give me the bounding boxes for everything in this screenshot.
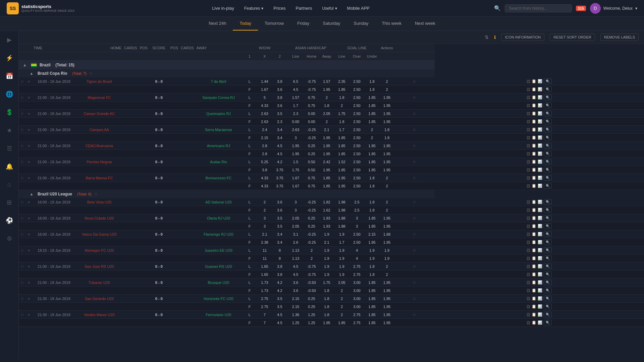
tab-today[interactable]: Today — [233, 17, 258, 31]
action-img-f-1-3[interactable]: 🖼 — [527, 256, 530, 260]
action-img-f-1-7[interactable]: 🖼 — [527, 321, 530, 325]
icon-info-btn[interactable]: ICON INFORMATION — [501, 34, 544, 41]
zoom-btn-l-0-2[interactable]: 🔍 — [544, 111, 552, 116]
action-doc-f-0-3[interactable]: 📋 — [532, 135, 536, 140]
sidebar-icon-globe[interactable]: 🌐 — [4, 88, 15, 100]
zoom-btn-f-0-1[interactable]: 🔍 — [544, 103, 552, 108]
action-doc-l-0-5[interactable]: 📋 — [532, 160, 536, 164]
action-star-l-0-3[interactable]: ☆ — [413, 127, 416, 132]
action-doc-f-1-1[interactable]: 📋 — [532, 224, 536, 228]
action-star-l-1-7[interactable]: ☆ — [413, 312, 416, 317]
zoom-btn-l-0-6[interactable]: 🔍 — [544, 175, 552, 181]
star-icon-1-2[interactable]: ☆ — [20, 232, 24, 237]
home-team-0-2[interactable]: Campo Grande AC — [76, 110, 123, 118]
home-team-1-3[interactable]: Alvinegro FC U20 — [76, 246, 123, 254]
action-doc-f-0-6[interactable]: 📋 — [532, 184, 536, 188]
sidebar-icon-chevron[interactable]: ▶ — [5, 34, 14, 46]
action-chart-l-0-3[interactable]: 📊 — [538, 127, 542, 132]
action-chart-l-0-6[interactable]: 📊 — [538, 176, 542, 180]
action-img-l-0-2[interactable]: 🖼 — [527, 112, 530, 116]
action-doc-f-1-2[interactable]: 📋 — [532, 240, 536, 244]
home-team-0-6[interactable]: Barra Mansa FC — [76, 174, 123, 182]
star-icon-0-5[interactable]: ☆ — [20, 160, 24, 164]
home-team-1-6[interactable]: Sao Gerardo U20 — [76, 295, 123, 303]
zoom-btn-f-0-2[interactable]: 🔍 — [544, 119, 552, 124]
action-doc-l-1-6[interactable]: 📋 — [532, 296, 536, 301]
zoom-btn-f-1-1[interactable]: 🔍 — [544, 223, 552, 229]
action-doc-f-0-0[interactable]: 📋 — [532, 87, 536, 92]
star-icon-0-2[interactable]: ☆ — [20, 111, 24, 116]
action-chart-f-0-3[interactable]: 📊 — [538, 135, 542, 140]
sidebar-icon-soccer[interactable]: ⚽ — [4, 215, 15, 226]
action-img-f-0-2[interactable]: 🖼 — [527, 120, 530, 124]
tab-next24h[interactable]: Next 24h — [202, 17, 233, 31]
action-img-f-0-1[interactable]: 🖼 — [527, 104, 530, 108]
reset-sort-btn[interactable]: RESET SORT ORDER — [550, 34, 595, 41]
action-doc-f-0-4[interactable]: 📋 — [532, 152, 536, 156]
action-doc-l-0-4[interactable]: 📋 — [532, 143, 536, 148]
sidebar-icon-grid[interactable]: ⊞ — [5, 197, 14, 208]
zoom-btn-l-0-4[interactable]: 🔍 — [544, 143, 552, 148]
zoom-btn-l-1-5[interactable]: 🔍 — [544, 280, 552, 285]
away-team-0-6[interactable]: Bonsucesso FC — [195, 174, 242, 182]
action-img-f-1-5[interactable]: 🖼 — [527, 289, 530, 293]
action-img-f-0-6[interactable]: 🖼 — [527, 184, 530, 188]
action-chart-l-1-2[interactable]: 📊 — [538, 232, 542, 236]
tab-sunday[interactable]: Sunday — [347, 17, 375, 31]
away-team-1-4[interactable]: Guarani RS U20 — [195, 262, 242, 270]
away-team-0-4[interactable]: Americano RJ — [195, 142, 242, 150]
action-chart-l-0-4[interactable]: 📊 — [538, 143, 542, 148]
zoom-btn-f-1-0[interactable]: 🔍 — [544, 207, 552, 213]
home-team-1-2[interactable]: Vasco Da Gama U20 — [76, 230, 123, 238]
action-chart-l-1-3[interactable]: 📊 — [538, 248, 542, 252]
zoom-btn-f-1-3[interactable]: 🔍 — [544, 255, 552, 261]
action-doc-f-0-5[interactable]: 📋 — [532, 168, 536, 172]
away-team-1-6[interactable]: Horizonte FC U20 — [195, 295, 242, 303]
zoom-btn-l-1-3[interactable]: 🔍 — [544, 247, 552, 253]
star-icon-1-1[interactable]: ☆ — [20, 216, 24, 221]
action-img-l-0-4[interactable]: 🖼 — [527, 144, 530, 148]
action-chart-l-1-4[interactable]: 📊 — [538, 264, 542, 268]
zoom-btn-f-1-7[interactable]: 🔍 — [544, 320, 552, 325]
action-doc-l-1-0[interactable]: 📋 — [532, 200, 536, 204]
action-img-l-1-7[interactable]: 🖼 — [527, 313, 530, 317]
action-chart-f-1-0[interactable]: 📊 — [538, 208, 542, 212]
action-chart-l-0-5[interactable]: 📊 — [538, 160, 542, 164]
sidebar-icon-home[interactable]: ⌂ — [5, 179, 13, 190]
action-chart-l-1-1[interactable]: 📊 — [538, 216, 542, 220]
sub-section-star-0[interactable]: ☆ — [89, 71, 93, 76]
action-chart-l-1-0[interactable]: 📊 — [538, 200, 542, 204]
search-box[interactable]: Search from history... — [505, 4, 572, 12]
nav-live[interactable]: Live in-play — [212, 6, 234, 11]
zoom-btn-f-1-4[interactable]: 🔍 — [544, 272, 552, 277]
zoom-btn-l-1-1[interactable]: 🔍 — [544, 215, 552, 221]
zoom-btn-l-0-3[interactable]: 🔍 — [544, 127, 552, 132]
star-icon-1-4[interactable]: ☆ — [20, 264, 24, 269]
action-chart-l-0-1[interactable]: 📊 — [538, 95, 542, 100]
action-star-l-1-6[interactable]: ☆ — [413, 296, 416, 301]
nav-useful[interactable]: Useful ▾ — [322, 6, 337, 11]
star-icon-0-1[interactable]: ☆ — [20, 95, 24, 100]
action-img-l-1-4[interactable]: 🖼 — [527, 264, 530, 268]
home-team-0-0[interactable]: Tigres do Brasil — [76, 77, 123, 85]
zoom-btn-l-1-0[interactable]: 🔍 — [544, 199, 552, 205]
remove-labels-btn[interactable]: REMOVE LABELS — [600, 34, 639, 41]
star-icon-1-6[interactable]: ☆ — [20, 296, 24, 301]
action-img-f-1-4[interactable]: 🖼 — [527, 273, 530, 277]
user-area[interactable]: D Welcome, Delux ▾ — [590, 3, 637, 14]
action-doc-l-0-6[interactable]: 📋 — [532, 176, 536, 180]
action-doc-f-0-1[interactable]: 📋 — [532, 103, 536, 108]
action-doc-f-1-7[interactable]: 📋 — [532, 320, 536, 325]
home-team-1-5[interactable]: Tubarao U20 — [76, 279, 123, 287]
sidebar-icon-bell[interactable]: 🔔 — [4, 161, 15, 172]
home-team-0-1[interactable]: Mageense FC — [76, 94, 123, 102]
action-doc-l-1-2[interactable]: 📋 — [532, 232, 536, 236]
tab-friday[interactable]: Friday — [290, 17, 316, 31]
action-doc-l-1-7[interactable]: 📋 — [532, 312, 536, 317]
zoom-btn-l-1-2[interactable]: 🔍 — [544, 231, 552, 237]
action-doc-l-0-0[interactable]: 📋 — [532, 79, 536, 83]
zoom-btn-f-1-5[interactable]: 🔍 — [544, 288, 552, 293]
action-doc-l-0-3[interactable]: 📋 — [532, 127, 536, 132]
action-img-l-0-3[interactable]: 🖼 — [527, 128, 530, 132]
sidebar-icon-lightning[interactable]: ⚡ — [4, 52, 15, 64]
